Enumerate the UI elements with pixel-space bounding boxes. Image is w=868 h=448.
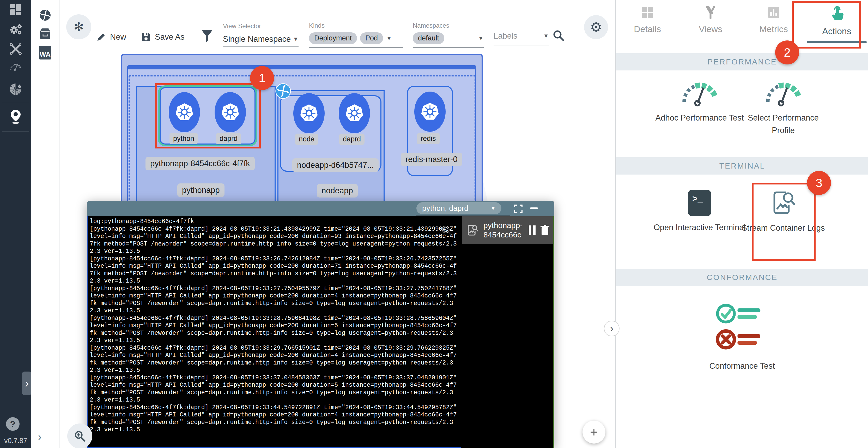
annotation-badge-2: 2 bbox=[775, 40, 799, 64]
tab-details[interactable]: Details bbox=[616, 0, 679, 44]
container-selector-value: python, daprd bbox=[422, 204, 468, 213]
sidebar-divider bbox=[2, 131, 29, 131]
panel-collapse-chevron[interactable]: › bbox=[604, 321, 620, 336]
kubernetes-icon bbox=[299, 103, 319, 123]
kubernetes-icon bbox=[220, 102, 240, 122]
stream-item-title: pythonapp- 8454cc66c bbox=[484, 221, 524, 240]
annotation-rect-2 bbox=[792, 1, 861, 49]
section-performance-header: PERFORMANCE bbox=[616, 53, 868, 70]
dapr-badge bbox=[275, 83, 291, 100]
tab-metrics-label: Metrics bbox=[759, 24, 788, 34]
annotation-badge-1: 1 bbox=[250, 66, 274, 90]
deployment-label-nodeapp: nodeapp bbox=[317, 184, 358, 198]
log-search-icon[interactable] bbox=[441, 225, 453, 236]
container-daprd-2[interactable] bbox=[339, 93, 370, 133]
log-header-line: log:pythonapp-8454cc66c-4f7fk bbox=[90, 218, 459, 226]
pod-label-pythonapp: pythonapp-8454cc66c-4f7fk bbox=[146, 157, 255, 170]
select-performance-profile-label: Select Performance Profile bbox=[736, 112, 830, 137]
container-label-daprd-1: daprd bbox=[216, 133, 241, 144]
log-entry: [pythonapp-8454cc66c-4f7fk:daprd] 2024-0… bbox=[90, 315, 459, 345]
metrics-bar-chart-icon bbox=[766, 5, 781, 20]
lifecycle-gears-icon[interactable] bbox=[0, 20, 31, 39]
container-daprd-1[interactable] bbox=[215, 92, 246, 132]
minimize-icon[interactable] bbox=[530, 207, 538, 209]
log-terminal-window[interactable]: python, daprd ▼ log:pythonapp-8454cc66c-… bbox=[87, 201, 554, 448]
svg-text:>_: >_ bbox=[692, 194, 703, 204]
terminal-header[interactable]: python, daprd ▼ bbox=[87, 201, 554, 216]
conformance-test-action[interactable]: Conformance Test bbox=[695, 299, 789, 372]
container-label-python: python bbox=[169, 133, 198, 144]
terminal-icon: >_ bbox=[688, 189, 712, 216]
stream-logs-icon bbox=[466, 223, 479, 237]
log-entry: [pythonapp-8454cc66c-4f7fk:daprd] 2024-0… bbox=[90, 285, 459, 315]
tab-views[interactable]: Views bbox=[679, 0, 742, 44]
tab-details-label: Details bbox=[634, 24, 661, 34]
kubernetes-icon bbox=[344, 103, 365, 123]
gauge-icon bbox=[758, 77, 808, 107]
wa-badge-label: WA bbox=[39, 46, 51, 59]
app-screen: › ? v0.7.87 WA › ✻ New Save As View Sele… bbox=[0, 0, 868, 448]
stream-list-item[interactable]: pythonapp- 8454cc66c bbox=[462, 216, 553, 244]
version-label: v0.7.87 bbox=[4, 437, 27, 445]
gauge-icon bbox=[675, 77, 724, 107]
log-entries: [pythonapp-8454cc66c-4f7fk:daprd] 2024-0… bbox=[90, 226, 459, 434]
log-entry: [pythonapp-8454cc66c-4f7fk:daprd] 2024-0… bbox=[90, 345, 459, 374]
add-node-fab[interactable]: + bbox=[583, 421, 606, 444]
fullscreen-icon[interactable] bbox=[514, 204, 523, 213]
container-redis[interactable] bbox=[414, 92, 445, 132]
log-entry: [pythonapp-8454cc66c-4f7fk:daprd] 2024-0… bbox=[90, 255, 459, 285]
dashboard-icon[interactable] bbox=[0, 1, 31, 19]
zoom-in-icon bbox=[73, 429, 86, 443]
container-node[interactable] bbox=[293, 93, 324, 133]
deployment-label-pythonapp: pythonapp bbox=[177, 183, 224, 197]
stream-list-panel: pythonapp- 8454cc66c bbox=[462, 216, 554, 448]
kubernetes-icon bbox=[174, 102, 194, 122]
catalog-archive-icon[interactable] bbox=[31, 23, 59, 44]
container-label-node: node bbox=[295, 133, 318, 145]
performance-gauge-icon[interactable] bbox=[0, 57, 31, 76]
adhoc-performance-test-label: Adhoc Performance Test bbox=[655, 112, 744, 124]
log-output[interactable]: log:pythonapp-8454cc66c-4f7fk[pythonapp-… bbox=[87, 216, 461, 448]
open-interactive-terminal-label: Open Interactive Terminal bbox=[654, 221, 746, 234]
select-performance-profile-action[interactable]: Select Performance Profile bbox=[736, 77, 830, 137]
tab-views-label: Views bbox=[699, 24, 722, 34]
meshery-logo-icon[interactable] bbox=[31, 5, 59, 26]
adhoc-performance-test-action[interactable]: Adhoc Performance Test bbox=[653, 77, 746, 124]
details-grid-icon bbox=[640, 5, 655, 20]
chevron-down-icon: ▼ bbox=[491, 205, 496, 211]
sidebar-divider bbox=[2, 103, 29, 103]
views-icon bbox=[703, 5, 718, 20]
configuration-tools-icon[interactable] bbox=[0, 40, 31, 58]
pod-label-nodeapp: nodeapp-d64b5747... bbox=[292, 158, 379, 172]
log-entry: [pythonapp-8454cc66c-4f7fk:daprd] 2024-0… bbox=[90, 226, 459, 255]
annotation-rect-3 bbox=[752, 183, 815, 261]
pause-icon[interactable] bbox=[528, 225, 536, 235]
wasm-wa-icon[interactable]: WA bbox=[31, 42, 59, 63]
section-conformance-header: CONFORMANCE bbox=[616, 269, 868, 286]
container-selector-underline bbox=[416, 215, 510, 215]
trash-icon[interactable] bbox=[540, 225, 550, 236]
pod-label-redis: redis-master-0 bbox=[401, 153, 462, 166]
secondary-rail bbox=[31, 0, 59, 448]
conformance-checklist-icon bbox=[714, 299, 770, 355]
log-entry: [pythonapp-8454cc66c-4f7fk:daprd] 2024-0… bbox=[90, 374, 459, 404]
section-terminal-header: TERMINAL bbox=[616, 157, 868, 175]
help-icon[interactable]: ? bbox=[6, 417, 20, 431]
container-python[interactable] bbox=[169, 92, 200, 132]
primary-sidebar: › ? v0.7.87 bbox=[0, 0, 31, 448]
sidebar-expand-button[interactable]: › bbox=[22, 371, 32, 395]
canvas-zoom-button[interactable] bbox=[67, 423, 92, 448]
annotation-badge-3: 3 bbox=[807, 171, 831, 195]
container-label-redis: redis bbox=[417, 133, 440, 144]
kanvas-pin-icon[interactable] bbox=[0, 108, 31, 126]
rail-expand-chevron[interactable]: › bbox=[38, 431, 41, 443]
kubernetes-icon bbox=[420, 101, 440, 122]
conformance-test-label: Conformance Test bbox=[710, 360, 775, 372]
details-panel: Details Views Metrics Actions PERFORMANC… bbox=[615, 0, 868, 448]
container-selector[interactable]: python, daprd ▼ bbox=[416, 202, 501, 214]
container-label-daprd-2: daprd bbox=[339, 133, 365, 145]
open-interactive-terminal-action[interactable]: >_ Open Interactive Terminal bbox=[653, 189, 746, 234]
log-entry: [pythonapp-8454cc66c-4f7fk:daprd] 2024-0… bbox=[90, 404, 459, 434]
mesh-pie-icon[interactable] bbox=[0, 80, 31, 98]
